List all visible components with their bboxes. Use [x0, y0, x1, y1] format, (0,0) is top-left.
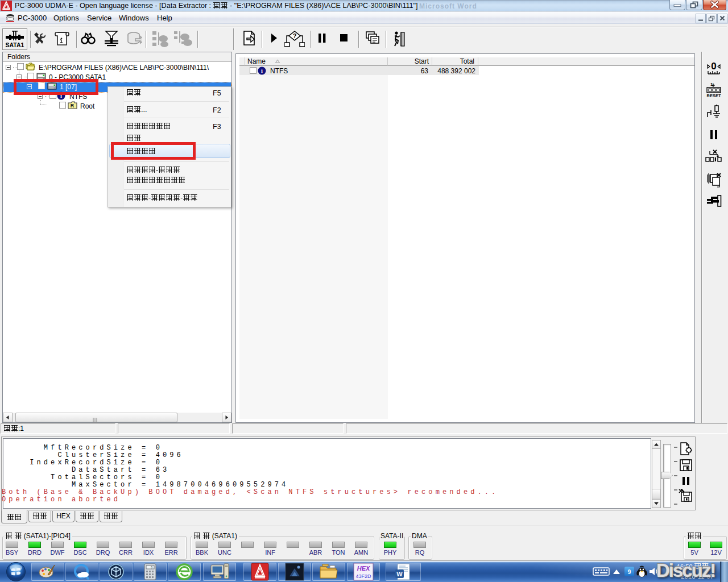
svg-text:0: 0 [151, 566, 152, 569]
svg-text:R: R [71, 103, 75, 109]
svg-text:W: W [396, 571, 403, 577]
svg-text:43F2D: 43F2D [355, 573, 371, 579]
svg-text:9: 9 [628, 569, 631, 575]
svg-text:0: 0 [711, 61, 716, 72]
svg-text:i: i [261, 68, 263, 74]
svg-text:RESET: RESET [706, 93, 721, 98]
svg-text:SATA1: SATA1 [6, 41, 24, 48]
svg-text:HEX: HEX [357, 565, 370, 572]
svg-text:?: ? [293, 32, 297, 39]
